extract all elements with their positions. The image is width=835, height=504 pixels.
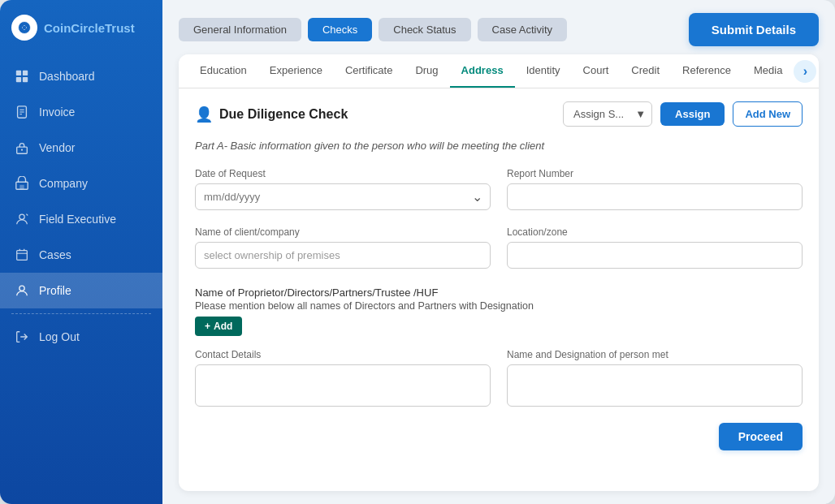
location-label: Location/zone: [507, 226, 803, 238]
svg-point-19: [19, 286, 24, 291]
logo-icon: [11, 15, 37, 41]
sidebar-item-company[interactable]: Company: [0, 166, 162, 201]
add-label: Add: [214, 321, 232, 332]
tab-identity[interactable]: Identity: [515, 54, 572, 88]
tab-general-information[interactable]: General Information: [179, 18, 301, 41]
form-title-text: Due Diligence Check: [219, 107, 348, 122]
form-title: 👤 Due Diligence Check: [195, 106, 348, 123]
sidebar-label-profile: Profile: [39, 284, 71, 297]
sidebar-item-profile[interactable]: Profile: [0, 273, 162, 308]
svg-rect-13: [19, 185, 24, 189]
form-area: 👤 Due Diligence Check Assign S... ▼ Assi…: [179, 88, 819, 491]
tab-address[interactable]: Address: [450, 54, 515, 88]
sidebar-label-dashboard: Dashboard: [39, 70, 95, 83]
date-input[interactable]: [195, 183, 491, 210]
assign-button[interactable]: Assign: [660, 102, 725, 126]
sidebar-label-company: Company: [39, 177, 88, 190]
user-check-icon: 👤: [195, 106, 213, 123]
tab-credit[interactable]: Credit: [620, 54, 671, 88]
tab-drug[interactable]: Drug: [404, 54, 449, 88]
logo-accent: Trust: [105, 21, 135, 35]
profile-icon: [15, 283, 29, 298]
svg-point-1: [23, 26, 27, 30]
svg-point-11: [21, 149, 23, 151]
logo-name: CoinCircle: [44, 21, 105, 35]
main-content: General Information Checks Check Status …: [162, 0, 835, 504]
sidebar-item-invoice[interactable]: Invoice: [0, 94, 162, 130]
tab-reference[interactable]: Reference: [671, 54, 742, 88]
company-icon: [15, 176, 29, 191]
tabs-more-button[interactable]: ›: [794, 60, 816, 83]
logout-icon: [15, 330, 29, 344]
report-label: Report Number: [507, 168, 803, 179]
form-footer: Proceed: [195, 423, 803, 450]
tab-case-activity[interactable]: Case Activity: [478, 18, 567, 41]
form-header: 👤 Due Diligence Check Assign S... ▼ Assi…: [195, 101, 803, 127]
person-met-label: Name and Designation of person met: [507, 349, 803, 360]
sidebar-item-cases[interactable]: Cases: [0, 237, 162, 273]
section-label: Part A- Basic information given to the p…: [195, 140, 803, 152]
contact-textarea[interactable]: [195, 364, 491, 407]
logo-text: CoinCircleTrust: [44, 21, 135, 35]
top-bar-tabs: General Information Checks Check Status …: [179, 18, 682, 41]
svg-rect-5: [23, 77, 28, 82]
tab-certificate[interactable]: Certificate: [334, 54, 405, 88]
svg-line-15: [26, 214, 28, 216]
sidebar-nav: Dashboard Invoice Vendor: [0, 55, 162, 494]
location-input[interactable]: [507, 242, 803, 269]
tab-check-status[interactable]: Check Status: [379, 18, 470, 41]
proprietor-section: Name of Proprietor/Directors/Partners/Tr…: [195, 285, 803, 336]
tab-education[interactable]: Education: [188, 54, 258, 88]
vendor-icon: [15, 140, 29, 155]
inner-tabs: Education Experience Certificate Drug Ad…: [179, 54, 819, 88]
add-button[interactable]: + Add: [195, 317, 242, 336]
svg-point-14: [19, 214, 24, 219]
sidebar-item-field-executive[interactable]: Field Executive: [0, 201, 162, 237]
form-group-person-met: Name and Designation of person met: [507, 349, 803, 407]
form-group-location: Location/zone: [507, 226, 803, 269]
content-card: Education Experience Certificate Drug Ad…: [179, 54, 819, 491]
svg-rect-3: [23, 71, 28, 75]
submit-details-button[interactable]: Submit Details: [689, 13, 819, 46]
tab-checks[interactable]: Checks: [308, 18, 372, 41]
sidebar-logo: CoinCircleTrust: [0, 0, 162, 55]
form-group-date: Date of Request ⌄: [195, 168, 491, 210]
tab-media[interactable]: Media: [742, 54, 794, 88]
form-row-2: Name of client/company select ownership …: [195, 226, 803, 269]
designation-label: Please mention below all names of Direct…: [195, 300, 803, 312]
contact-row: Contact Details Name and Designation of …: [195, 349, 803, 407]
tab-court[interactable]: Court: [572, 54, 621, 88]
sidebar-label-cases: Cases: [39, 248, 71, 261]
form-group-report: Report Number: [507, 168, 803, 210]
app-window: CoinCircleTrust Dashboard: [0, 0, 835, 504]
sidebar-item-dashboard[interactable]: Dashboard: [0, 58, 162, 94]
date-label: Date of Request: [195, 168, 491, 179]
invoice-icon: [15, 105, 29, 119]
client-label: Name of client/company: [195, 226, 491, 238]
ownership-select[interactable]: select ownership of premises: [195, 242, 491, 269]
sidebar-divider: [11, 313, 151, 314]
form-header-actions: Assign S... ▼ Assign Add New: [563, 101, 803, 127]
sidebar: CoinCircleTrust Dashboard: [0, 0, 162, 504]
person-met-textarea[interactable]: [507, 364, 803, 407]
assign-select[interactable]: Assign S...: [563, 101, 652, 127]
sidebar-label-invoice: Invoice: [39, 106, 75, 118]
svg-rect-2: [16, 71, 21, 75]
form-group-contact: Contact Details: [195, 349, 491, 407]
tab-experience[interactable]: Experience: [258, 54, 334, 88]
form-group-client: Name of client/company select ownership …: [195, 226, 491, 269]
sidebar-label-logout: Log Out: [39, 330, 80, 343]
add-new-button[interactable]: Add New: [733, 101, 803, 127]
proprietor-label: Name of Proprietor/Directors/Partners/Tr…: [195, 286, 803, 299]
svg-rect-4: [16, 77, 21, 82]
contact-label: Contact Details: [195, 349, 491, 360]
cases-icon: [15, 248, 29, 262]
date-wrapper: ⌄: [195, 183, 491, 210]
top-bar: General Information Checks Check Status …: [179, 13, 819, 46]
sidebar-item-vendor[interactable]: Vendor: [0, 130, 162, 166]
proceed-button[interactable]: Proceed: [719, 423, 803, 450]
form-row-1: Date of Request ⌄ Report Number: [195, 168, 803, 210]
dashboard-icon: [15, 69, 29, 84]
sidebar-item-logout[interactable]: Log Out: [0, 319, 162, 355]
report-number-input[interactable]: [507, 183, 803, 210]
